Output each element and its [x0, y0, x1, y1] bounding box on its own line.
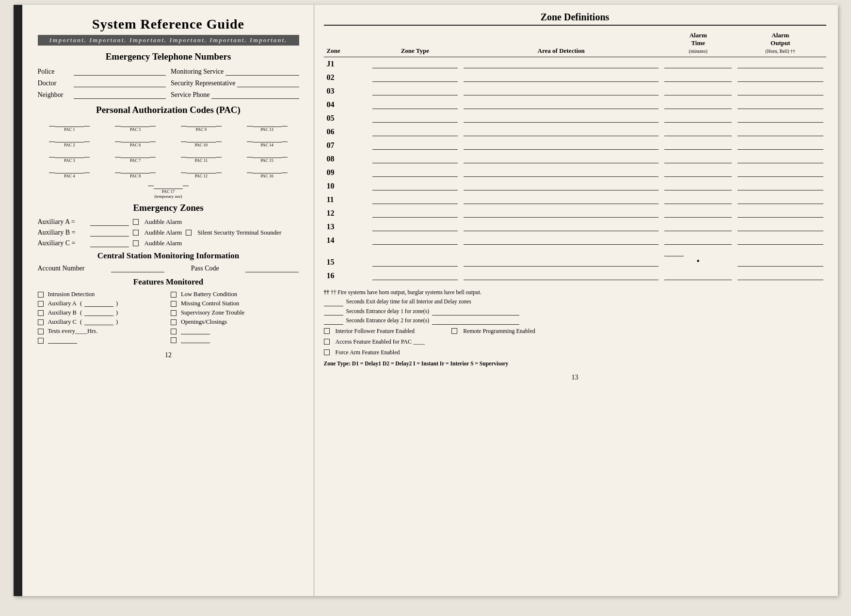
feature-supervisory-checkbox[interactable]	[171, 310, 177, 316]
footnote-entrance1-blank[interactable]	[324, 309, 343, 316]
feature-openings-checkbox[interactable]	[171, 319, 177, 325]
doctor-line[interactable]	[74, 79, 166, 87]
feature-aux-c-checkbox[interactable]	[38, 319, 44, 325]
pac-17-line[interactable]	[154, 182, 183, 189]
aux-b-checkbox2[interactable]	[186, 230, 192, 236]
pac-2-line[interactable]	[55, 136, 84, 142]
pac-17-sub: (temporary use)	[154, 194, 182, 199]
pac-12-line[interactable]	[187, 167, 216, 174]
pac-4-line[interactable]	[55, 167, 84, 174]
feature-aux-a-line[interactable]	[84, 300, 113, 307]
footnote-access-checkbox[interactable]	[324, 339, 330, 345]
pac-14-line[interactable]	[253, 136, 282, 142]
feature-aux-a-checkbox[interactable]	[38, 301, 44, 307]
pac-9-line[interactable]	[187, 120, 216, 127]
col-zone: Zone	[324, 30, 369, 57]
aux-c-checkbox[interactable]	[133, 240, 139, 246]
pac-13-line[interactable]	[253, 120, 282, 127]
feature-supervisory: Supervisory Zone Trouble	[171, 309, 299, 316]
pass-code-line[interactable]	[245, 265, 299, 272]
feature-extra-right2-line[interactable]	[181, 336, 210, 343]
account-number-line[interactable]	[111, 265, 164, 272]
pac-6-line[interactable]	[121, 136, 150, 142]
security-line[interactable]	[237, 79, 299, 87]
footnote-exit-blank[interactable]	[324, 300, 343, 306]
aux-a-alarm-label: Audible Alarm	[145, 218, 182, 226]
pac-8-line[interactable]	[121, 167, 150, 174]
aux-a-line[interactable]	[90, 218, 129, 226]
police-line[interactable]	[74, 67, 166, 76]
zone-area-j1	[461, 57, 661, 71]
feature-extra-right2-checkbox[interactable]	[171, 337, 177, 343]
pac-10-line[interactable]	[187, 136, 216, 142]
feature-aux-b-line[interactable]	[84, 309, 113, 316]
feature-tests: Tests every____Hrs.	[38, 328, 166, 335]
feature-extra-right1-checkbox[interactable]	[171, 329, 177, 334]
pac-item-4: PAC 4	[38, 167, 102, 178]
footnote-force-checkbox[interactable]	[324, 349, 330, 355]
phone-row-security: Security Representative	[171, 79, 299, 87]
feature-extra-right1-line[interactable]	[181, 328, 210, 334]
footnote-interior-checkbox[interactable]	[324, 328, 330, 334]
left-page-num: 12	[38, 351, 299, 359]
pac-item-14: PAC 14	[235, 136, 299, 147]
pac-item-12: PAC 12	[169, 167, 233, 178]
pac-grid: PAC 1 PAC 5	[38, 120, 299, 178]
service-line[interactable]	[211, 90, 299, 99]
aux-c-alarm: Audible Alarm	[145, 239, 182, 247]
main-title: System Reference Guide	[38, 16, 299, 32]
feature-extra-left-line[interactable]	[48, 337, 77, 344]
zone-num-10: 10	[324, 179, 369, 193]
pac-1-line[interactable]	[55, 120, 84, 127]
zone-row-13: 13	[324, 220, 826, 234]
col-zone-type: Zone Type	[369, 30, 461, 57]
zone-row-05: 05	[324, 111, 826, 125]
pac-15-line[interactable]	[253, 151, 282, 158]
feature-tests-checkbox[interactable]	[38, 329, 44, 334]
features-col-left: Intrusion Detection Auxiliary A ( ) Auxi…	[38, 291, 166, 344]
footnote-entrance2-blank[interactable]	[324, 318, 343, 325]
footnote-remote-text: Remote Programming Enabled	[463, 327, 535, 335]
feature-extra-left-checkbox[interactable]	[38, 338, 44, 344]
feature-extra-right1	[171, 328, 299, 334]
footnote-entrance1-text: Seconds Entrance delay 1 for zone(s)	[346, 307, 429, 316]
feature-aux-b-checkbox[interactable]	[38, 310, 44, 316]
feature-aux-c-line[interactable]	[84, 318, 113, 325]
right-page-num: 13	[324, 374, 826, 381]
feature-missing-checkbox[interactable]	[171, 301, 177, 307]
zone-num-06: 06	[324, 125, 369, 139]
footnote-interior-row: Interior Follower Feature Enabled Remote…	[324, 327, 826, 335]
feature-intrusion: Intrusion Detection	[38, 291, 166, 298]
pac-16-line[interactable]	[253, 167, 282, 174]
monitoring-line[interactable]	[225, 67, 299, 76]
neighbor-line[interactable]	[74, 90, 166, 99]
phone-row-doctor: Doctor	[38, 79, 166, 87]
footnote-remote-checkbox[interactable]	[451, 328, 457, 334]
aux-c-line[interactable]	[90, 239, 129, 247]
aux-b-line[interactable]	[90, 229, 129, 237]
zone-num-03: 03	[324, 84, 369, 98]
pac-3-line[interactable]	[55, 151, 84, 158]
zone-row-03: 03	[324, 84, 826, 98]
pac-5-line[interactable]	[121, 120, 150, 127]
feature-low-battery-checkbox[interactable]	[171, 292, 177, 298]
pac-11-line[interactable]	[187, 151, 216, 158]
zone-num-04: 04	[324, 98, 369, 111]
feature-intrusion-checkbox[interactable]	[38, 292, 44, 298]
pac-17-container: PAC 17 (temporary use)	[38, 182, 299, 199]
pac-item-1: PAC 1	[38, 120, 102, 132]
zone-row-09: 09	[324, 166, 826, 179]
pac-7-line[interactable]	[121, 151, 150, 158]
pac-item-8: PAC 8	[103, 167, 167, 178]
zone-num-12: 12	[324, 206, 369, 220]
aux-b-checkbox1[interactable]	[133, 230, 139, 236]
col-alarm-time: AlarmTime(minutes)	[661, 30, 735, 57]
aux-a-label: Auxiliary A =	[38, 218, 86, 226]
aux-a-checkbox[interactable]	[133, 219, 139, 225]
zone-row-10: 10	[324, 179, 826, 193]
right-panel: Zone Definitions Zone Zone Type Area of …	[314, 5, 838, 596]
zone-num-15: 15	[324, 247, 369, 269]
pac-item-13: PAC 13	[235, 120, 299, 132]
zone-row-15: 15 •	[324, 247, 826, 269]
doctor-label: Doctor	[38, 79, 72, 87]
